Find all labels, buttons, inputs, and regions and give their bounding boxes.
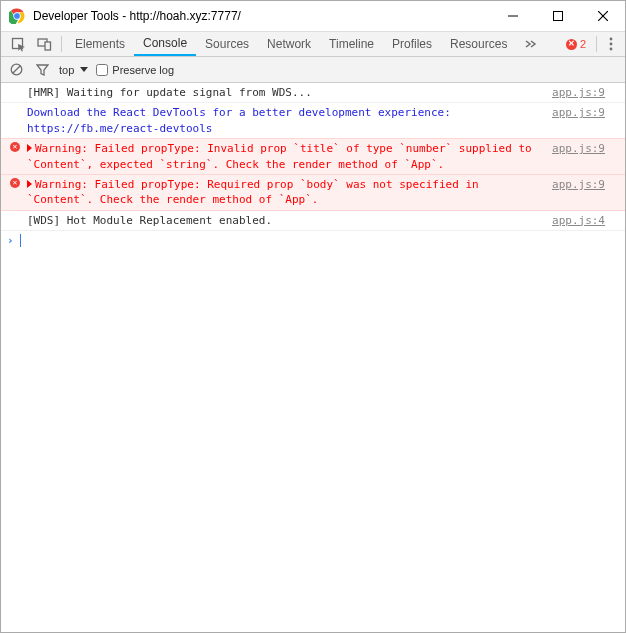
tab-elements[interactable]: Elements	[66, 32, 134, 56]
console-toolbar: top Preserve log	[1, 57, 625, 83]
window-title: Developer Tools - http://hoah.xyz:7777/	[33, 9, 490, 23]
devtools-menu-button[interactable]	[601, 37, 621, 51]
context-label: top	[59, 64, 74, 76]
context-selector[interactable]: top	[59, 64, 88, 76]
expand-triangle-icon[interactable]	[27, 180, 32, 188]
svg-point-12	[610, 48, 613, 51]
console-input[interactable]	[21, 234, 619, 247]
error-counter[interactable]: ✕ 2	[566, 38, 586, 50]
panel-tabs: Elements Console Sources Network Timelin…	[66, 32, 566, 56]
source-link[interactable]: app.js:4	[544, 213, 605, 228]
console-row-error: ✕Warning: Failed propType: Invalid prop …	[1, 138, 625, 175]
tab-console[interactable]: Console	[134, 32, 196, 56]
tab-profiles[interactable]: Profiles	[383, 32, 441, 56]
error-icon: ✕	[10, 178, 20, 188]
tab-overflow[interactable]	[516, 32, 546, 56]
row-gutter	[5, 85, 25, 100]
prompt-chevron-icon: ›	[7, 234, 14, 247]
error-count-value: 2	[580, 38, 586, 50]
console-row-error: ✕Warning: Failed propType: Required prop…	[1, 174, 625, 211]
console-prompt[interactable]: ›	[1, 231, 625, 250]
tab-network[interactable]: Network	[258, 32, 320, 56]
clear-console-icon[interactable]	[7, 59, 25, 81]
console-message[interactable]: [HMR] Waiting for update signal from WDS…	[25, 85, 544, 100]
devtools-tabstrip: Elements Console Sources Network Timelin…	[1, 31, 625, 57]
console-message[interactable]: Warning: Failed propType: Invalid prop `…	[25, 141, 544, 172]
console-message[interactable]: [WDS] Hot Module Replacement enabled.	[25, 213, 544, 228]
minimize-button[interactable]	[490, 1, 535, 31]
svg-rect-4	[553, 12, 562, 21]
error-badge-icon: ✕	[566, 39, 577, 50]
expand-triangle-icon[interactable]	[27, 144, 32, 152]
preserve-log-input[interactable]	[96, 64, 108, 76]
svg-point-10	[610, 38, 613, 41]
row-gutter: ✕	[5, 177, 25, 208]
separator	[61, 36, 62, 52]
source-link[interactable]: app.js:9	[544, 177, 605, 208]
filter-icon[interactable]	[33, 59, 51, 81]
tab-timeline[interactable]: Timeline	[320, 32, 383, 56]
console-row-log: [WDS] Hot Module Replacement enabled.app…	[1, 211, 625, 231]
chevron-down-icon	[80, 67, 88, 73]
preserve-log-checkbox[interactable]: Preserve log	[96, 64, 174, 76]
svg-point-11	[610, 43, 613, 46]
console-message[interactable]: Download the React DevTools for a better…	[25, 105, 544, 136]
row-gutter: ✕	[5, 141, 25, 172]
svg-rect-9	[45, 42, 51, 50]
source-link[interactable]: app.js:9	[544, 141, 605, 172]
row-gutter	[5, 213, 25, 228]
window-titlebar: Developer Tools - http://hoah.xyz:7777/	[1, 1, 625, 31]
console-output: [HMR] Waiting for update signal from WDS…	[1, 83, 625, 632]
source-link[interactable]: app.js:9	[544, 105, 605, 136]
chrome-icon	[9, 8, 25, 24]
source-link[interactable]: app.js:9	[544, 85, 605, 100]
inspect-element-icon[interactable]	[5, 33, 31, 55]
svg-line-14	[12, 66, 20, 74]
console-message[interactable]: Warning: Failed propType: Required prop …	[25, 177, 544, 208]
close-button[interactable]	[580, 1, 625, 31]
preserve-log-label: Preserve log	[112, 64, 174, 76]
console-row-log: [HMR] Waiting for update signal from WDS…	[1, 83, 625, 103]
tab-resources[interactable]: Resources	[441, 32, 516, 56]
error-icon: ✕	[10, 142, 20, 152]
separator	[596, 36, 597, 52]
console-row-info: Download the React DevTools for a better…	[1, 103, 625, 139]
device-mode-icon[interactable]	[31, 33, 57, 55]
window-controls	[490, 1, 625, 31]
row-gutter	[5, 105, 25, 136]
maximize-button[interactable]	[535, 1, 580, 31]
tab-sources[interactable]: Sources	[196, 32, 258, 56]
